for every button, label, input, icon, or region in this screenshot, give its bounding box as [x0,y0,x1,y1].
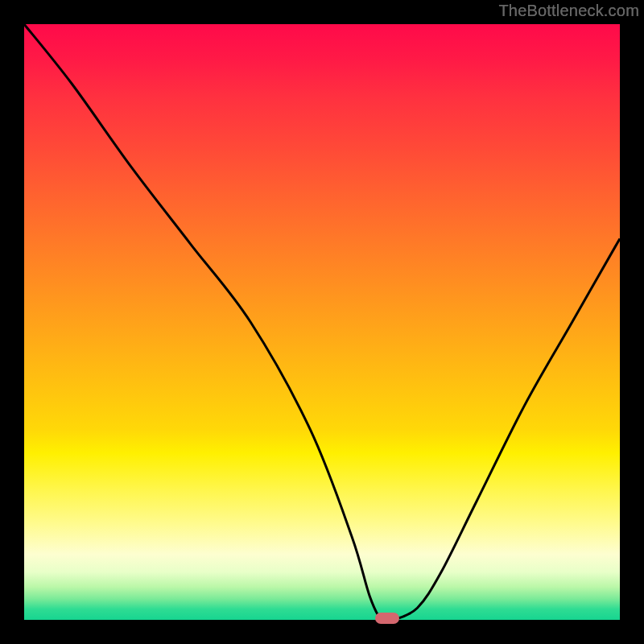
watermark-text-overlay: TheBottleneck.com [498,2,639,20]
border-right [620,0,644,644]
bottleneck-curve [24,24,620,620]
border-bottom [0,620,644,644]
curve-path [24,24,620,620]
chart-frame: TheBottleneck.com TheBottleneck.com [0,0,644,644]
optimal-point-marker [375,613,399,624]
border-left [0,0,24,644]
